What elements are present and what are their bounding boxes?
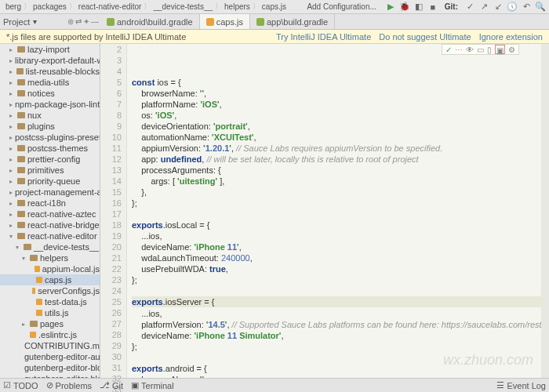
tree-item[interactable]: ▸library-export-default-webpa bbox=[0, 55, 100, 66]
tab-todo[interactable]: ☑TODO bbox=[3, 380, 38, 390]
chevron-right-icon[interactable]: ▸ bbox=[9, 211, 17, 218]
chevron-right-icon[interactable]: ▸ bbox=[9, 178, 17, 185]
crumb[interactable]: react-native-editor bbox=[76, 2, 144, 11]
banner-dont[interactable]: Do not suggest Ultimate bbox=[379, 32, 471, 42]
crumb[interactable]: berg bbox=[3, 2, 24, 11]
tab-terminal[interactable]: ▣Terminal bbox=[131, 380, 174, 390]
tab-eventlog[interactable]: ☰Event Log bbox=[496, 380, 546, 390]
code-line[interactable] bbox=[132, 352, 541, 363]
settings-icon[interactable]: ⚙ bbox=[508, 45, 515, 54]
code-line[interactable]: args: [ 'uitesting' ], bbox=[132, 176, 541, 187]
code-line[interactable]: deviceName: 'iPhone 11 Simulator', bbox=[132, 330, 541, 341]
tree-item[interactable]: ▸react-native-bridge bbox=[0, 220, 100, 230]
vcs-rollback-icon[interactable]: ↶ bbox=[521, 2, 532, 13]
tree-item[interactable]: ▸media-utils bbox=[0, 77, 100, 88]
vcs-history-icon[interactable]: 🕔 bbox=[507, 2, 518, 13]
reader-icon[interactable]: ▣ bbox=[495, 45, 505, 54]
vcs-commit-icon[interactable]: ↗ bbox=[478, 2, 489, 13]
editor-scrollbar[interactable] bbox=[541, 44, 549, 378]
code-line[interactable]: appiumVersion: '1.20.1', // Sauce Labs r… bbox=[132, 143, 541, 154]
code-line[interactable]: usePrebuiltWDA: true, bbox=[132, 263, 541, 274]
chevron-right-icon[interactable]: ▸ bbox=[9, 79, 17, 86]
code-line[interactable]: browserName: '', bbox=[132, 88, 541, 99]
tree-item[interactable]: ▾helpers bbox=[0, 252, 100, 263]
coverage-icon[interactable]: ◧ bbox=[413, 2, 424, 13]
tree-item[interactable]: ▸notices bbox=[0, 88, 100, 99]
tree-item[interactable]: test-data.js bbox=[0, 296, 100, 307]
chevron-down-icon[interactable]: ▾ bbox=[22, 255, 30, 262]
tree-item[interactable]: caps.js bbox=[0, 274, 100, 285]
code-line[interactable]: os: 'iOS', bbox=[132, 110, 541, 121]
add-configuration[interactable]: Add Configuration... bbox=[301, 2, 381, 12]
tree-item[interactable]: ▾react-native-editor bbox=[0, 230, 100, 241]
chevron-right-icon[interactable]: ▸ bbox=[9, 222, 17, 229]
run-icon[interactable]: ▶ bbox=[385, 2, 396, 13]
code-line[interactable]: deviceName: 'iPhone 11', bbox=[132, 241, 541, 252]
more-icon[interactable]: ⋯ bbox=[455, 45, 463, 54]
project-tree[interactable]: ▸lazy-import▸library-export-default-webp… bbox=[0, 44, 100, 378]
split-icon[interactable]: ▭ bbox=[477, 45, 484, 54]
chevron-down-icon[interactable]: ▾ bbox=[9, 233, 17, 240]
chevron-right-icon[interactable]: ▸ bbox=[9, 134, 13, 141]
search-icon[interactable]: 🔍 bbox=[535, 2, 546, 13]
tree-item[interactable]: .eslintrc.js bbox=[0, 329, 100, 340]
code-line[interactable]: }, bbox=[132, 187, 541, 198]
chevron-right-icon[interactable]: ▸ bbox=[9, 112, 17, 119]
code-line[interactable]: exports.iosServer = { bbox=[132, 296, 541, 307]
code-line[interactable]: browserName: '', bbox=[132, 374, 541, 378]
chevron-right-icon[interactable]: ▸ bbox=[22, 321, 30, 328]
tree-item[interactable]: gutenberg-editor-audio.j bbox=[0, 351, 100, 362]
eye-icon[interactable]: 👁 bbox=[466, 45, 474, 54]
code-line[interactable]: exports.iosLocal = { bbox=[132, 220, 541, 230]
chevron-right-icon[interactable]: ▸ bbox=[9, 57, 13, 64]
code-line[interactable] bbox=[132, 285, 541, 296]
code-line[interactable]: processArguments: { bbox=[132, 165, 541, 176]
crumb[interactable]: packages bbox=[31, 2, 69, 11]
code-line[interactable]: exports.android = { bbox=[132, 363, 541, 374]
editor-tab[interactable]: caps.js bbox=[200, 14, 250, 29]
tree-item[interactable]: ▸lazy-import bbox=[0, 44, 100, 55]
crumb[interactable]: caps.js bbox=[260, 2, 289, 11]
split-v-icon[interactable]: ▯ bbox=[487, 45, 492, 54]
chevron-right-icon[interactable]: ▸ bbox=[9, 123, 17, 130]
chevron-right-icon[interactable]: ▸ bbox=[9, 46, 17, 53]
hide-icon[interactable]: — bbox=[91, 17, 99, 26]
tree-item[interactable]: utils.js bbox=[0, 307, 100, 318]
chevron-right-icon[interactable]: ▸ bbox=[9, 68, 16, 75]
inspections-widget[interactable]: ✓ ⋯ 👁 ▭ ▯ ▣ ⚙ bbox=[442, 44, 519, 55]
banner-try[interactable]: Try IntelliJ IDEA Ultimate bbox=[276, 32, 371, 42]
crumb[interactable]: __device-tests__ bbox=[151, 2, 215, 11]
tree-item[interactable]: ▸primitives bbox=[0, 165, 100, 176]
code-line[interactable]: platformVersion: '14.5', // Supported Sa… bbox=[132, 319, 541, 330]
expand-icon[interactable]: ⇄ bbox=[75, 17, 82, 26]
code-line[interactable]: }; bbox=[132, 341, 541, 352]
tree-item[interactable]: ▸postcss-plugins-preset bbox=[0, 132, 100, 143]
tree-item[interactable]: ▸project-management-automat bbox=[0, 187, 100, 198]
tree-item[interactable]: ▸pages bbox=[0, 318, 100, 329]
code-line[interactable] bbox=[132, 209, 541, 220]
tree-item[interactable]: ▸npm-package-json-lint-config bbox=[0, 99, 100, 110]
tree-item[interactable]: gutenberg-editor-block- bbox=[0, 373, 100, 378]
code-line[interactable]: const ios = { bbox=[132, 77, 541, 88]
code-line[interactable]: app: undefined, // will be set later, lo… bbox=[132, 154, 541, 165]
chevron-right-icon[interactable]: ▸ bbox=[9, 156, 17, 163]
tab-problems[interactable]: ⊘Problems bbox=[46, 380, 92, 390]
tree-item[interactable]: CONTRIBUTING.md bbox=[0, 340, 100, 351]
crumb[interactable]: helpers bbox=[222, 2, 253, 11]
code-editor[interactable]: ✓ ⋯ 👁 ▭ ▯ ▣ ⚙ const ios = { browserName:… bbox=[127, 44, 541, 378]
tree-item[interactable]: ▸postcss-themes bbox=[0, 143, 100, 154]
collapse-icon[interactable]: ✦ bbox=[83, 17, 89, 26]
stop-icon[interactable]: ■ bbox=[427, 2, 438, 13]
code-line[interactable]: wdaLaunchTimeout: 240000, bbox=[132, 252, 541, 263]
editor-tab[interactable]: android\build.gradle bbox=[100, 14, 200, 29]
code-line[interactable]: }; bbox=[132, 198, 541, 209]
editor-tab[interactable]: app\build.gradle bbox=[250, 14, 335, 29]
tree-item[interactable]: ▸priority-queue bbox=[0, 176, 100, 187]
banner-ignore[interactable]: Ignore extension bbox=[479, 32, 543, 42]
code-line[interactable]: automationName: 'XCUITest', bbox=[132, 132, 541, 143]
code-line[interactable]: }; bbox=[132, 274, 541, 285]
tree-item[interactable]: ▸list-reusable-blocks bbox=[0, 66, 100, 77]
chevron-right-icon[interactable]: ▸ bbox=[9, 101, 13, 108]
tree-item[interactable]: ▸react-i18n bbox=[0, 198, 100, 209]
chevron-right-icon[interactable]: ▸ bbox=[9, 200, 17, 207]
